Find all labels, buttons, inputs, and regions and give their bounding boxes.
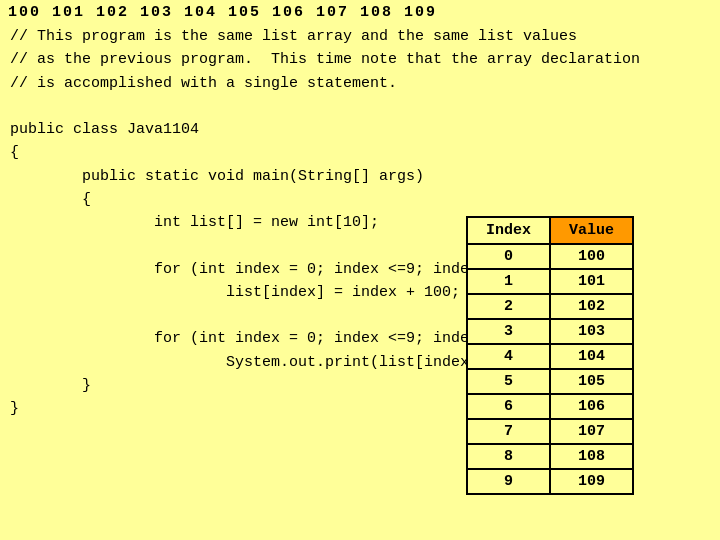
code-line-5: public class Java1104 xyxy=(10,118,710,141)
value-cell: 104 xyxy=(550,344,633,369)
main-content: // This program is the same list array a… xyxy=(0,21,720,420)
value-cell: 100 xyxy=(550,244,633,269)
value-cell: 105 xyxy=(550,369,633,394)
value-cell: 102 xyxy=(550,294,633,319)
value-cell: 109 xyxy=(550,469,633,494)
table-row: 8108 xyxy=(467,444,633,469)
value-cell: 108 xyxy=(550,444,633,469)
index-value-table: Index Value 0100110121023103410451056106… xyxy=(466,216,634,495)
code-line-2: // as the previous program. This time no… xyxy=(10,48,710,71)
code-line-6: { xyxy=(10,141,710,164)
table-row: 5105 xyxy=(467,369,633,394)
value-cell: 107 xyxy=(550,419,633,444)
index-cell: 2 xyxy=(467,294,550,319)
index-cell: 9 xyxy=(467,469,550,494)
index-cell: 1 xyxy=(467,269,550,294)
table-row: 9109 xyxy=(467,469,633,494)
index-header: Index xyxy=(467,217,550,244)
table-row: 1101 xyxy=(467,269,633,294)
index-cell: 6 xyxy=(467,394,550,419)
code-line-8: { xyxy=(10,188,710,211)
value-cell: 106 xyxy=(550,394,633,419)
code-line-1: // This program is the same list array a… xyxy=(10,25,710,48)
table-row: 6106 xyxy=(467,394,633,419)
index-cell: 5 xyxy=(467,369,550,394)
code-line-3: // is accomplished with a single stateme… xyxy=(10,72,710,95)
table-row: 0100 xyxy=(467,244,633,269)
index-cell: 3 xyxy=(467,319,550,344)
line-numbers-bar: 100 101 102 103 104 105 106 107 108 109 xyxy=(0,0,720,21)
value-header: Value xyxy=(550,217,633,244)
index-cell: 8 xyxy=(467,444,550,469)
code-line-4 xyxy=(10,95,710,118)
index-cell: 0 xyxy=(467,244,550,269)
index-cell: 4 xyxy=(467,344,550,369)
table-row: 3103 xyxy=(467,319,633,344)
table-row: 2102 xyxy=(467,294,633,319)
line-numbers: 100 101 102 103 104 105 106 107 108 109 xyxy=(0,0,720,21)
index-cell: 7 xyxy=(467,419,550,444)
value-cell: 101 xyxy=(550,269,633,294)
code-line-7: public static void main(String[] args) xyxy=(10,165,710,188)
table-row: 7107 xyxy=(467,419,633,444)
table-row: 4104 xyxy=(467,344,633,369)
value-cell: 103 xyxy=(550,319,633,344)
index-value-table-container: Index Value 0100110121023103410451056106… xyxy=(466,216,634,495)
